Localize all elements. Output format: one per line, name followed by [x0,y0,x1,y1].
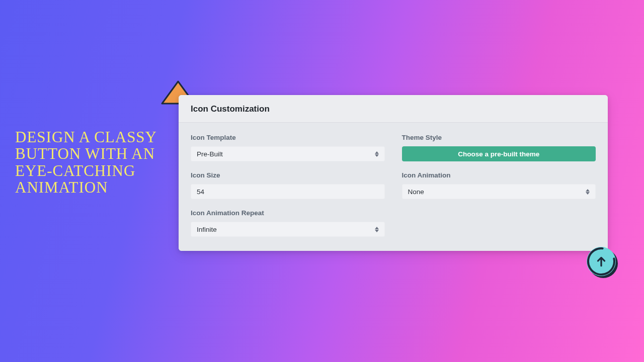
stepper-icon [586,189,590,195]
field-theme-style: Theme Style Choose a pre-built theme [402,134,596,161]
label-icon-animation-repeat: Icon Animation Repeat [191,209,385,217]
select-icon-template[interactable]: Pre-Built [191,146,385,161]
panel-body: Icon Template Pre-Built Theme Style Choo… [179,123,608,251]
panel-title: Icon Customization [191,104,596,114]
label-icon-animation: Icon Animation [402,171,596,179]
page-headline: DESIGN A CLASSY BUTTON WITH AN EYE-CATCH… [15,129,166,196]
label-icon-template: Icon Template [191,134,385,141]
field-icon-animation: Icon Animation None [402,171,596,199]
stepper-icon [375,227,379,232]
field-icon-animation-repeat: Icon Animation Repeat Infinite [191,209,385,237]
scroll-to-top-button[interactable] [587,247,616,276]
label-icon-size: Icon Size [191,171,385,179]
select-icon-animation-repeat-value: Infinite [197,226,217,233]
input-icon-size[interactable]: 54 [191,184,385,199]
field-icon-size: Icon Size 54 [191,171,385,199]
select-icon-animation-repeat[interactable]: Infinite [191,222,385,237]
panel-header: Icon Customization [179,95,608,123]
input-icon-size-value: 54 [197,188,204,196]
select-icon-animation-value: None [408,188,424,196]
icon-customization-panel: Icon Customization Icon Template Pre-Bui… [179,95,608,251]
select-icon-template-value: Pre-Built [197,150,223,158]
arrow-up-icon [595,255,608,268]
stepper-icon [375,151,379,157]
choose-prebuilt-theme-button[interactable]: Choose a pre-built theme [402,146,596,161]
empty-cell [402,209,596,237]
label-theme-style: Theme Style [402,134,596,141]
select-icon-animation[interactable]: None [402,184,596,199]
field-icon-template: Icon Template Pre-Built [191,134,385,161]
